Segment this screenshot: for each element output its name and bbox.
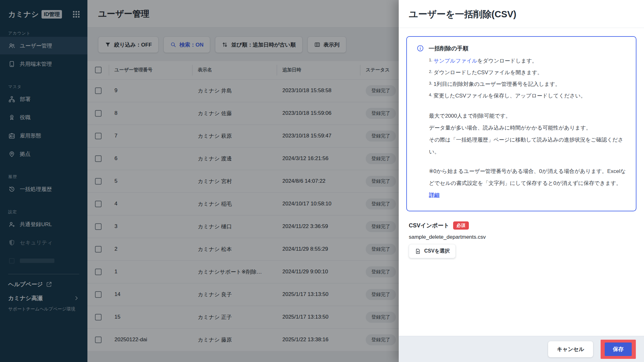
step-text: 変更したCSVファイルを保存し、アップロードしてください。: [434, 93, 586, 99]
instructions-steps: サンプルファイルをダウンロードします。 ダウンロードしたCSVファイルを開きます…: [429, 55, 626, 102]
csv-import-label: CSVインポート: [409, 222, 449, 229]
note-line: 最大で2000人まで削除可能です。: [429, 110, 626, 122]
csv-select-button[interactable]: CSVを選択: [409, 244, 456, 258]
drawer-header: ユーザーを一括削除(CSV): [399, 0, 644, 28]
save-button[interactable]: 保存: [605, 343, 632, 356]
note-line: データ量が多い場合、読み込みに時間がかかる可能性があります。: [429, 122, 626, 134]
file-upload-icon: [415, 248, 421, 254]
overlay-scrim[interactable]: [0, 0, 399, 362]
selected-filename: sample_delete_departments.csv: [409, 234, 636, 240]
step-item: 1列目に削除対象のユーザー管理番号を記入します。: [429, 79, 626, 90]
step-item: ダウンロードしたCSVファイルを開きます。: [429, 67, 626, 79]
info-icon: [416, 44, 424, 52]
cancel-button[interactable]: キャンセル: [548, 341, 593, 357]
sample-file-link[interactable]: サンプルファイル: [434, 58, 477, 64]
note-text: ※0から始まるユーザー管理番号がある場合、0が消える場合があります。Excelな…: [429, 168, 626, 186]
note-line: その際は「一括処理履歴」ページに移動して読み込みの進捗状況をご確認ください。: [429, 134, 626, 158]
csv-import-section: CSVインポート 必須 sample_delete_departments.cs…: [406, 221, 636, 258]
save-button-highlight: 保存: [601, 340, 636, 359]
instructions-heading: 一括削除の手順: [429, 45, 468, 52]
step-text: をダウンロードします。: [477, 58, 537, 64]
leading-zero-note: ※0から始まるユーザー管理番号がある場合、0が消える場合があります。Excelな…: [429, 165, 626, 201]
drawer-footer: キャンセル 保存: [399, 336, 644, 362]
required-badge: 必須: [453, 221, 469, 230]
step-item: 変更したCSVファイルを保存し、アップロードしてください。: [429, 90, 626, 102]
step-item: サンプルファイルをダウンロードします。: [429, 55, 626, 67]
bulk-delete-drawer: ユーザーを一括削除(CSV) 一括削除の手順 サンプルファイルをダウンロードしま…: [399, 0, 644, 362]
drawer-title: ユーザーを一括削除(CSV): [409, 9, 516, 19]
csv-select-button-label: CSVを選択: [424, 248, 450, 254]
drawer-body: 一括削除の手順 サンプルファイルをダウンロードします。 ダウンロードしたCSVフ…: [399, 28, 644, 336]
step-text: 1列目に削除対象のユーザー管理番号を記入します。: [434, 81, 561, 87]
capacity-note: 最大で2000人まで削除可能です。 データ量が多い場合、読み込みに時間がかかる可…: [429, 110, 626, 158]
step-text: ダウンロードしたCSVファイルを開きます。: [434, 70, 543, 75]
details-link[interactable]: 詳細: [429, 192, 440, 198]
instructions-box: 一括削除の手順 サンプルファイルをダウンロードします。 ダウンロードしたCSVフ…: [406, 36, 636, 211]
